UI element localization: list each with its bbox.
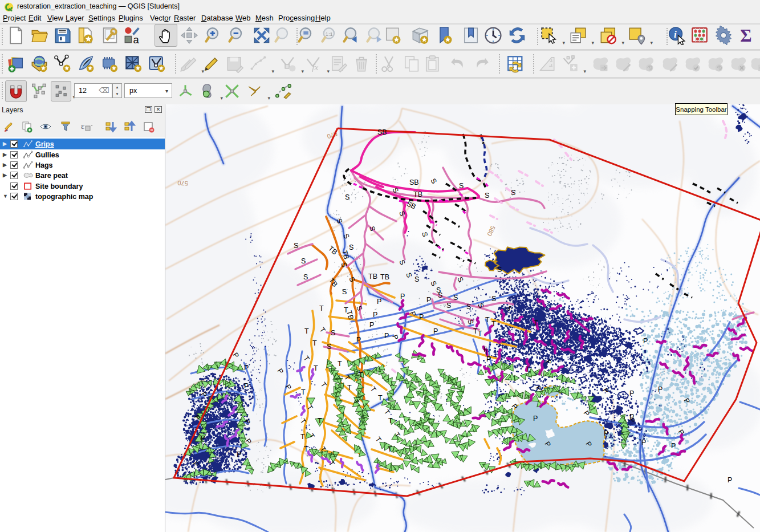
- svg-text:T: T: [473, 327, 478, 335]
- svg-text:T: T: [300, 433, 305, 441]
- svg-text:T: T: [534, 319, 538, 327]
- svg-text:P: P: [604, 429, 608, 437]
- svg-text:S: S: [459, 182, 464, 190]
- svg-text:P: P: [377, 298, 381, 306]
- svg-text:S: S: [414, 275, 419, 283]
- svg-text:T: T: [347, 384, 352, 392]
- svg-text:P: P: [244, 364, 249, 372]
- svg-text:S: S: [485, 192, 489, 200]
- svg-text:T: T: [491, 320, 496, 328]
- svg-text:S: S: [331, 329, 335, 337]
- svg-text:P: P: [641, 438, 646, 446]
- svg-text:S: S: [345, 193, 349, 201]
- svg-text:S: S: [301, 257, 306, 265]
- svg-text:P: P: [728, 476, 732, 484]
- svg-text:SB: SB: [377, 128, 387, 136]
- svg-text:S: S: [342, 288, 347, 296]
- svg-text:T: T: [304, 327, 309, 335]
- svg-text:P: P: [629, 413, 634, 421]
- svg-text:T: T: [388, 417, 393, 425]
- svg-text:TB: TB: [413, 190, 422, 198]
- svg-text:TB: TB: [380, 273, 389, 281]
- svg-text:T: T: [318, 417, 322, 425]
- svg-text:S: S: [466, 303, 471, 311]
- svg-text:P: P: [384, 332, 389, 340]
- svg-text:fx: fx: [312, 62, 318, 72]
- svg-text:TB: TB: [368, 273, 377, 281]
- svg-text:S: S: [438, 291, 442, 299]
- svg-text:P: P: [400, 293, 405, 300]
- svg-text:T: T: [319, 304, 324, 312]
- svg-text:P: P: [237, 450, 241, 458]
- svg-text:P: P: [201, 434, 205, 442]
- svg-text:T: T: [378, 394, 383, 402]
- svg-text:P: P: [671, 442, 676, 450]
- svg-text:S: S: [497, 266, 502, 274]
- svg-text:P: P: [533, 415, 538, 423]
- svg-text:P: P: [643, 337, 648, 345]
- svg-text:a: a: [133, 34, 139, 45]
- svg-text:S: S: [349, 243, 353, 251]
- svg-text:P: P: [419, 313, 424, 321]
- svg-text:P: P: [486, 355, 491, 363]
- svg-text:S: S: [491, 295, 496, 303]
- svg-text:P: P: [356, 336, 361, 344]
- svg-text:S: S: [511, 189, 515, 197]
- svg-text:Σ: Σ: [740, 26, 751, 45]
- svg-text:T: T: [485, 316, 490, 324]
- svg-text:T: T: [478, 330, 482, 338]
- svg-text:ε: ε: [81, 121, 84, 131]
- svg-text:T: T: [304, 445, 308, 453]
- svg-text:T: T: [301, 388, 306, 396]
- svg-text:S: S: [446, 302, 451, 310]
- svg-text:T: T: [312, 339, 317, 347]
- svg-text:T: T: [314, 364, 318, 372]
- svg-text:S: S: [303, 273, 308, 281]
- svg-text:T: T: [526, 366, 530, 373]
- svg-text:S: S: [294, 242, 298, 250]
- svg-text:P: P: [433, 327, 438, 335]
- svg-text:P: P: [629, 389, 634, 397]
- svg-text:P: P: [373, 311, 377, 319]
- svg-text:T: T: [338, 360, 342, 368]
- svg-text:SB: SB: [409, 178, 419, 186]
- svg-text:1:1: 1:1: [326, 31, 333, 37]
- svg-text:P: P: [244, 382, 249, 390]
- svg-text:570: 570: [177, 180, 188, 187]
- svg-text:S: S: [327, 343, 331, 351]
- svg-text:i: i: [674, 29, 677, 40]
- svg-text:P: P: [658, 385, 663, 393]
- svg-text:S: S: [453, 294, 458, 302]
- svg-text:T: T: [388, 445, 392, 453]
- svg-text:P: P: [369, 321, 374, 329]
- svg-text:T: T: [359, 371, 363, 379]
- svg-text:P: P: [426, 296, 431, 304]
